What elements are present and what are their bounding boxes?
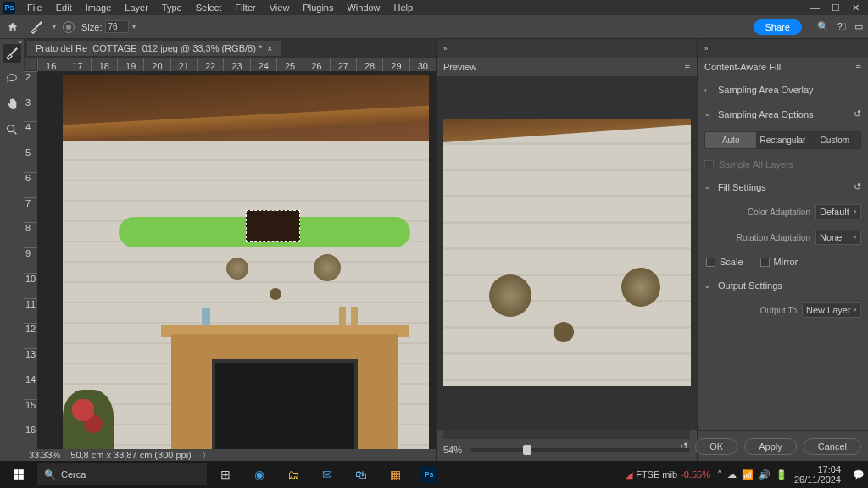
menu-image[interactable]: Image — [79, 1, 119, 14]
brush-dot-icon[interactable] — [63, 21, 75, 33]
menu-select[interactable]: Select — [189, 1, 229, 14]
menu-edit[interactable]: Edit — [49, 1, 79, 14]
cancel-button[interactable]: Cancel — [804, 438, 861, 455]
wifi-icon[interactable]: 📶 — [742, 469, 754, 480]
svg-rect-4 — [14, 475, 18, 480]
mirror-label: Mirror — [774, 257, 798, 267]
panel-menu-icon[interactable]: ≡ — [685, 62, 690, 72]
slider-thumb[interactable] — [523, 445, 531, 455]
menu-view[interactable]: View — [263, 1, 297, 14]
scrollbar-horizontal[interactable] — [443, 430, 690, 439]
tool-panel: « — [0, 39, 24, 461]
taskbar-search[interactable]: 🔍 Cerca — [37, 463, 207, 485]
output-to-dropdown[interactable]: New Layer▾ — [802, 302, 861, 318]
search-icon[interactable]: 🔍 — [817, 21, 829, 32]
windows-taskbar: 🔍 Cerca ⊞ ◉ 🗂 ✉ 🛍 ▦ Ps ◢ FTSE mib -0.55%… — [0, 461, 868, 488]
section-fill-settings[interactable]: ⌄ Fill Settings ↺ — [704, 178, 861, 196]
menu-help[interactable]: Help — [387, 1, 420, 14]
edge-icon[interactable]: ◉ — [244, 463, 275, 486]
preview-viewport[interactable] — [437, 76, 697, 430]
help-icon[interactable]: ?⃝ — [837, 21, 846, 32]
notifications-icon[interactable]: 💬 — [853, 469, 865, 480]
menu-plugins[interactable]: Plugins — [296, 1, 340, 14]
close-button[interactable]: ✕ — [852, 3, 860, 14]
section-sampling-options[interactable]: ⌄ Sampling Area Options ↺ — [704, 105, 861, 123]
menu-layer[interactable]: Layer — [118, 1, 155, 14]
ok-button[interactable]: OK — [695, 438, 737, 455]
panel-menu-icon[interactable]: ≡ — [856, 62, 861, 72]
minimize-button[interactable]: — — [810, 3, 820, 14]
tab-title: Prato del Re_COTTAGE_012.jpeg @ 33,3% (R… — [36, 43, 262, 53]
brush-size-input[interactable] — [105, 20, 129, 33]
mail-icon[interactable]: ✉ — [312, 463, 342, 486]
sample-all-layers-checkbox — [704, 160, 714, 169]
ruler-horizontal: 161718192021222324252627282930 — [37, 58, 436, 71]
caf-title: Content-Aware Fill — [704, 62, 781, 72]
zoom-tool[interactable] — [3, 120, 21, 139]
tray-chevron-icon[interactable]: ˄ — [717, 469, 722, 480]
task-view-icon[interactable]: ⊞ — [210, 463, 241, 486]
collapse-icon[interactable]: » — [704, 45, 708, 53]
hand-tool[interactable] — [3, 95, 21, 114]
chevron-down-icon[interactable]: ▾ — [132, 23, 136, 30]
svg-point-0 — [8, 75, 17, 81]
battery-icon[interactable]: 🔋 — [776, 469, 787, 480]
cloud-icon[interactable]: ☁ — [727, 469, 737, 480]
chevron-down-icon[interactable]: ▾ — [53, 23, 56, 30]
preview-title: Preview — [443, 62, 476, 72]
section-sampling-overlay[interactable]: › Sampling Area Overlay — [704, 81, 861, 98]
chevron-right-icon[interactable]: 〉 — [202, 449, 211, 462]
menu-type[interactable]: Type — [155, 1, 189, 14]
selection-marquee[interactable] — [246, 210, 300, 242]
reset-icon[interactable]: ↺ — [854, 181, 861, 192]
start-button[interactable] — [3, 463, 34, 486]
photoshop-taskbar-icon[interactable]: Ps — [414, 463, 444, 486]
explorer-icon[interactable]: 🗂 — [278, 463, 309, 486]
share-button[interactable]: Share — [754, 19, 802, 35]
chevron-right-icon: › — [704, 86, 713, 94]
stock-widget[interactable]: ◢ FTSE mib -0.55% — [626, 469, 710, 480]
doc-dimensions: 50,8 cm x 33,87 cm (300 ppi) — [70, 450, 191, 460]
menu-file[interactable]: File — [20, 1, 49, 14]
chevron-down-icon: ⌄ — [704, 282, 713, 290]
workspace-icon[interactable]: ▭ — [854, 21, 863, 32]
seg-custom[interactable]: Custom — [809, 132, 860, 148]
taskbar-clock[interactable]: 17:04 26/11/2024 — [794, 464, 846, 485]
menu-filter[interactable]: Filter — [228, 1, 262, 14]
zoom-level[interactable]: 33.33% — [29, 450, 60, 460]
scale-checkbox[interactable] — [706, 258, 715, 267]
color-adaptation-dropdown[interactable]: Default▾ — [815, 204, 861, 219]
reset-icon[interactable]: ↺ — [854, 108, 861, 119]
chevron-down-icon: ⌄ — [704, 183, 713, 191]
close-tab-icon[interactable]: × — [267, 44, 272, 53]
volume-icon[interactable]: 🔊 — [759, 469, 771, 480]
rotation-adaptation-dropdown[interactable]: None▾ — [815, 230, 861, 245]
svg-point-1 — [8, 125, 14, 132]
menu-window[interactable]: Window — [340, 1, 387, 14]
ruler-vertical: 2345678910111213141516 — [24, 71, 37, 449]
seg-auto[interactable]: Auto — [705, 132, 756, 148]
ruler-corner — [24, 58, 37, 71]
app-icon[interactable]: ▦ — [380, 463, 410, 486]
maximize-button[interactable]: ☐ — [832, 3, 840, 14]
brush-tool[interactable] — [3, 44, 21, 63]
output-to-label: Output To — [704, 306, 797, 315]
section-output-settings[interactable]: ⌄ Output Settings — [704, 277, 861, 294]
mirror-checkbox[interactable] — [760, 258, 770, 267]
zoom-slider[interactable] — [470, 448, 690, 452]
store-icon[interactable]: 🛍 — [346, 463, 376, 486]
options-bar: ▾ Size: ▾ Share 🔍 ?⃝ ▭ — [0, 15, 868, 39]
svg-rect-3 — [19, 469, 24, 474]
seg-rectangular[interactable]: Rectangular — [756, 132, 808, 148]
home-icon[interactable] — [5, 19, 20, 35]
size-label: Size: — [81, 22, 102, 32]
document-tab[interactable]: Prato del Re_COTTAGE_012.jpeg @ 33,3% (R… — [27, 41, 281, 56]
collapse-icon[interactable]: « — [19, 39, 22, 46]
lasso-tool[interactable] — [3, 69, 21, 88]
canvas[interactable] — [37, 71, 436, 449]
collapse-icon[interactable]: » — [443, 45, 447, 53]
preview-image — [443, 119, 691, 386]
apply-button[interactable]: Apply — [744, 438, 797, 455]
preview-zoom-value[interactable]: 54% — [443, 445, 462, 455]
brush-preset-icon[interactable] — [27, 19, 46, 35]
